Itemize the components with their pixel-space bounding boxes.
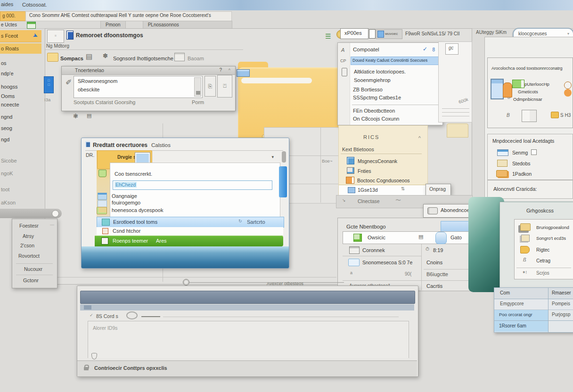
context-item-1[interactable]: Atrsy: [23, 233, 34, 239]
sidebar-item-10[interactable]: Sicobe: [1, 158, 17, 163]
tool-btn-1[interactable]: ⎘: [205, 76, 216, 97]
menu-item-6[interactable]: On C8coojs Coxunn: [353, 116, 399, 122]
collapse-button[interactable]: ^: [229, 68, 230, 73]
sidebar-item-12[interactable]: toot: [1, 187, 9, 192]
context-item-2[interactable]: 2'cson: [20, 243, 34, 248]
account-item-1[interactable]: Senmg: [512, 150, 528, 155]
gc-box[interactable]: gc: [445, 43, 458, 55]
sidebar-item-6[interactable]: nceecte: [1, 102, 19, 107]
dialog-input-wrap[interactable]: EhChezd: [113, 180, 272, 190]
sidebar-item-2[interactable]: os: [1, 60, 7, 66]
stepper-icon[interactable]: ⇅: [401, 187, 405, 191]
rics-item-2[interactable]: Fnties: [358, 168, 371, 174]
gadget-item-1[interactable]: Bruriogpoealond: [536, 225, 569, 230]
broom-button[interactable]: Baoam: [188, 56, 204, 61]
sidebar-item-4[interactable]: hoogss: [1, 84, 17, 90]
gadget-item-3[interactable]: Rigtec: [536, 247, 549, 253]
menu-item-2[interactable]: Sooenmgiehrop: [354, 77, 391, 83]
settings-col-footer1[interactable]: Cacrtis: [426, 283, 442, 289]
sidebar-item-13[interactable]: aKson: [1, 200, 16, 205]
rics-footer-label[interactable]: Clnectase: [358, 198, 380, 204]
menu-item-5[interactable]: FEn Obeotbctteon: [353, 108, 395, 114]
dialog-item-4[interactable]: hoenesoca dycespook: [112, 207, 163, 213]
gadget-item-4[interactable]: Cetrag: [536, 258, 550, 263]
rics-item-selected-row[interactable]: 1Gse13d ⇅: [339, 185, 427, 195]
sidebar-item-9[interactable]: ngd: [1, 137, 9, 142]
sidebar-item-1[interactable]: o Roats: [1, 46, 19, 51]
tool-dialog-titlebar[interactable]: Tnoertenelao ? ^: [62, 66, 235, 75]
account-item-2[interactable]: Stedobs: [512, 161, 531, 166]
table-row[interactable]: Emgypcore Pompeis: [494, 299, 573, 310]
rows-icon[interactable]: ▤: [86, 53, 92, 60]
tool-scroll-thumb[interactable]: [196, 91, 200, 95]
list-green-icon[interactable]: ☰: [325, 33, 331, 40]
menu-item-3[interactable]: ZB Bortiesso: [353, 87, 383, 92]
chevron-down-icon[interactable]: ▾: [567, 32, 569, 36]
dialog-green-bar[interactable]: Roenps teemer Ares: [95, 236, 283, 246]
menu-item-selected[interactable]: Doued Keaty Cadust Coreotintti Soecuses: [351, 57, 442, 65]
column-header-plnos[interactable]: PLnosasonnos: [143, 21, 184, 29]
settings-selected-row[interactable]: Owsicic ▤ Gato ✎ ▦: [343, 231, 485, 244]
tool-btn-2[interactable]: ⍞: [217, 75, 232, 98]
dialog-scroll-thumb[interactable]: [282, 151, 286, 163]
dialog-selected-row[interactable]: Esrotloed tool toms ↻ Sartcrto: [97, 217, 284, 228]
tool-text-box[interactable]: SRowronesgnom obesckite: [74, 76, 203, 98]
dialog-item-2[interactable]: Oangnaige: [112, 193, 137, 199]
sidebar-item-8[interactable]: seog: [1, 125, 12, 131]
gutter-cp-icon[interactable]: CP: [340, 58, 346, 63]
menu-orange-cell[interactable]: g 000.: [0, 11, 27, 21]
gadget-item-2[interactable]: Songro't ecd3s: [536, 236, 566, 241]
dialog-blue-scrollbar[interactable]: [279, 166, 287, 197]
open-button[interactable]: Onprag: [426, 184, 451, 196]
context-item-4[interactable]: Nucouxr: [24, 266, 42, 272]
rics-collapse-icon[interactable]: ^: [418, 135, 421, 141]
dialog-row-2[interactable]: Csnd htchor: [97, 227, 283, 235]
account-item-3[interactable]: 1Padkon: [512, 171, 532, 177]
context-item-0[interactable]: Foestesr: [19, 223, 39, 229]
sidebar-item-5[interactable]: Ooms: [1, 93, 15, 99]
knob-icon[interactable]: [183, 279, 189, 286]
dialog-tab[interactable]: Calstios: [151, 142, 171, 148]
blue-selection-block[interactable]: □□: [44, 76, 54, 93]
rics-item-3[interactable]: Boctooc Cogndusoeoos: [357, 178, 410, 183]
context-item-3[interactable]: Rovortoct: [18, 253, 40, 259]
chip-button[interactable]: wuvoec: [376, 29, 402, 39]
menu-item-4[interactable]: SSSpctmg Catbes1e: [353, 95, 401, 100]
help-button[interactable]: ?: [219, 67, 222, 73]
sidebar-item-11[interactable]: ngoK: [1, 171, 13, 176]
sidebar-item-3[interactable]: ndp'e: [1, 71, 14, 76]
panel-check-label[interactable]: 8S Cord s: [96, 313, 118, 319]
settings-row3-label[interactable]: Snonomesecoa S:0 7e: [362, 260, 412, 265]
dialog-item-3[interactable]: fouirogemgo: [112, 200, 140, 205]
menu-item-1[interactable]: Altklatice lootoriopoes.: [354, 69, 406, 74]
column-header-pmoon[interactable]: Pmoon: [101, 21, 126, 29]
list-small-icon[interactable]: ▤: [87, 113, 91, 118]
sidebar-item-7[interactable]: ngnd: [1, 114, 12, 120]
panel-textarea[interactable]: Alorer ID9s: [88, 321, 409, 358]
doc-icon[interactable]: [369, 29, 376, 39]
table-row[interactable]: Com Rmaeser: [494, 288, 573, 299]
menu-item-2[interactable]: Cotsosoat.: [22, 2, 47, 8]
settings-row2-label[interactable]: Coronnek: [362, 247, 385, 253]
gutter-phone-icon[interactable]: [342, 68, 347, 76]
context-item-5[interactable]: Gctonr: [23, 278, 39, 283]
quick-combo[interactable]: xP00es: [340, 28, 368, 39]
gutter-a-icon[interactable]: A: [341, 47, 344, 53]
rics-item-1[interactable]: MsgnecsCeonank: [358, 158, 397, 164]
anchor-dot-icon[interactable]: [52, 210, 59, 217]
gadget-item-5[interactable]: Scrjos: [536, 270, 549, 276]
dropdown-arrow-icon[interactable]: ▾: [271, 155, 274, 159]
table-row-selected[interactable]: 1Rsorer 6am: [494, 321, 573, 332]
checkbox-small-icon[interactable]: [531, 149, 537, 155]
table-row-selected[interactable]: Poo orcorat ongr Purjogsp: [494, 310, 573, 321]
sidebar-item-0[interactable]: s Fceot: [1, 33, 18, 39]
cat-icon[interactable]: ❃: [73, 113, 78, 119]
search-input[interactable]: [517, 31, 565, 37]
dialog-item-1[interactable]: Coo tsenscrerkt.: [115, 171, 152, 177]
menu-item-1[interactable]: aides: [1, 1, 13, 7]
lasso-icon[interactable]: ✐: [65, 79, 72, 86]
signs-button[interactable]: Sognsord Ihottigotsemche: [113, 56, 173, 61]
toolbar-icon-button[interactable]: ⌗: [47, 30, 64, 43]
menu-row3-label[interactable]: e Uctes: [1, 22, 17, 27]
samples-button[interactable]: Sompacs: [60, 56, 83, 61]
